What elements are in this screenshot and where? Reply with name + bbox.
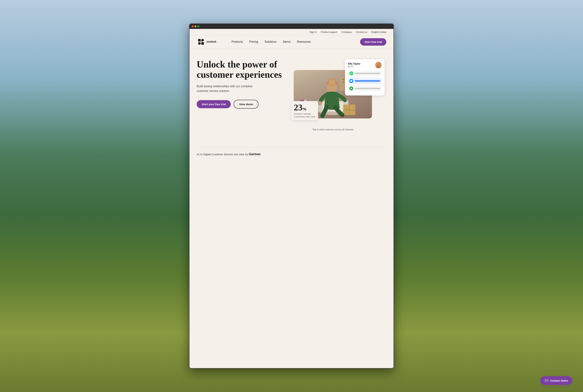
vip-badge: ★ VIP — [348, 66, 360, 68]
stat-description: increase in averagee-commerce order valu… — [294, 112, 315, 118]
svg-point-21 — [329, 79, 335, 86]
email-icon — [349, 86, 353, 90]
main-nav: zendesk Products Pricing Solutions Demo … — [190, 35, 393, 48]
language-selector[interactable]: English (India) — [371, 31, 386, 34]
nav-links: Products Pricing Solutions Demo Resource… — [232, 40, 360, 44]
channel-row-whatsapp — [348, 70, 382, 76]
product-support-link[interactable]: Product support — [321, 31, 337, 34]
gartner-text: #1 in Digital Customer Service use case … — [197, 152, 261, 156]
page-content: Sign in Product support Company Contact … — [190, 29, 393, 368]
minimize-dot[interactable] — [195, 26, 196, 27]
nav-pricing[interactable]: Pricing — [249, 40, 258, 44]
svg-rect-24 — [545, 379, 548, 382]
svg-point-6 — [377, 63, 380, 66]
svg-rect-10 — [342, 81, 344, 83]
nav-demo[interactable]: Demo — [283, 40, 291, 44]
contact-us-link[interactable]: Contact us — [356, 31, 367, 34]
contact-sales-label: Contact Sales — [550, 379, 568, 382]
view-demo-button[interactable]: View demo — [234, 100, 258, 108]
zendesk-wordmark-icon: zendesk — [206, 40, 221, 43]
company-link[interactable]: Company — [342, 31, 352, 34]
channel-row-email — [348, 86, 382, 92]
customer-name: Ella Taylor — [348, 62, 360, 65]
customer-name-section: Ella Taylor ★ VIP — [348, 62, 360, 68]
utility-bar: Sign in Product support Company Contact … — [190, 29, 393, 35]
svg-rect-3 — [201, 42, 204, 45]
whatsapp-icon — [349, 72, 353, 76]
hero-left: Unlock the power of customer experiences… — [197, 59, 283, 108]
hero-title: Unlock the power of customer experiences — [197, 59, 283, 80]
stat-percent: % — [303, 107, 306, 112]
svg-rect-0 — [198, 39, 201, 42]
vip-label: VIP — [350, 66, 354, 68]
channel-bar-email — [355, 88, 380, 89]
browser-frame: Sign in Product support Company Contact … — [189, 24, 394, 368]
svg-rect-9 — [342, 78, 344, 80]
channel-row-messenger — [348, 78, 382, 84]
nav-resources[interactable]: Resources — [297, 40, 311, 44]
footer-bar: #1 in Digital Customer Service use case … — [190, 147, 393, 161]
customer-card-header: Ella Taylor ★ VIP — [348, 62, 382, 68]
start-your-free-trial-button[interactable]: Start your free trial — [197, 100, 231, 108]
start-free-trial-button[interactable]: Start free trial — [360, 38, 386, 46]
avatar — [375, 62, 382, 68]
svg-text:zendesk: zendesk — [206, 40, 216, 43]
svg-rect-1 — [201, 39, 204, 42]
browser-chrome — [190, 24, 393, 29]
nav-products[interactable]: Products — [232, 40, 243, 44]
zendesk-logo-icon — [197, 38, 205, 46]
stat-card: 23 % increase in averagee-commerce order… — [291, 101, 318, 120]
hero-buttons: Start your free trial View demo — [197, 100, 283, 108]
nav-solutions[interactable]: Solutions — [265, 40, 276, 44]
contact-sales-button[interactable]: Contact Sales — [540, 376, 572, 385]
close-dot[interactable] — [192, 26, 193, 27]
channel-bar-whatsapp — [355, 73, 380, 74]
maximize-dot[interactable] — [197, 26, 199, 27]
svg-point-19 — [318, 101, 322, 105]
customer-card: Ella Taylor ★ VIP — [345, 59, 384, 96]
hero-caption: Talk to retail customers across all chan… — [312, 128, 353, 131]
messenger-icon — [349, 79, 353, 83]
signin-link[interactable]: Sign in — [309, 31, 317, 34]
hero-subtitle: Build lasting relationships with our com… — [197, 84, 265, 93]
stat-number: 23 — [294, 103, 302, 112]
channel-bar-messenger — [355, 80, 380, 82]
logo-area: zendesk — [197, 38, 221, 46]
hero-section: Unlock the power of customer experiences… — [190, 48, 393, 138]
svg-rect-2 — [198, 42, 201, 45]
star-icon: ★ — [348, 66, 350, 68]
mail-icon — [545, 379, 548, 382]
hero-right: Ella Taylor ★ VIP — [290, 59, 386, 128]
